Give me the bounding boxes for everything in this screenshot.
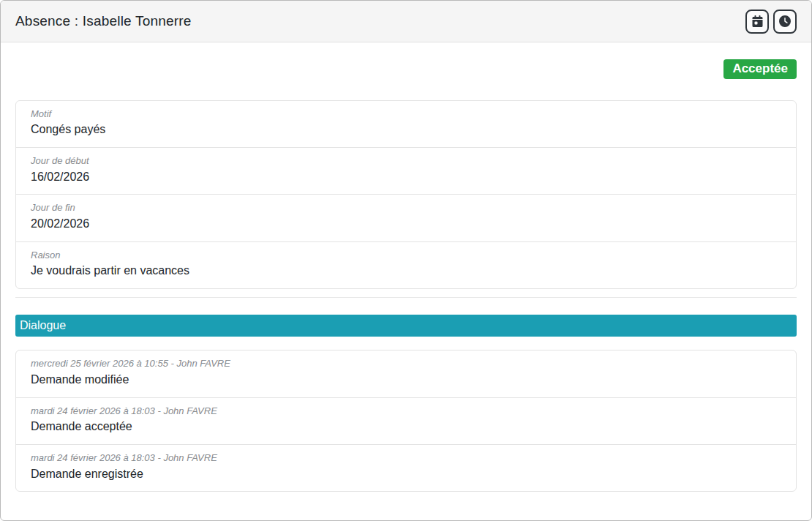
dialogue-entry-meta: mercredi 25 février 2026 à 10:55 - John … <box>31 358 781 370</box>
field-value: Congés payés <box>31 122 781 138</box>
dialogue-entry: mardi 24 février 2026 à 18:03 - John FAV… <box>15 397 797 445</box>
absence-details-list: Motif Congés payés Jour de début 16/02/2… <box>15 100 797 290</box>
detail-row-start-date: Jour de début 16/02/2026 <box>15 147 797 195</box>
section-divider <box>15 297 797 298</box>
dialogue-entry-meta: mardi 24 février 2026 à 18:03 - John FAV… <box>31 405 781 417</box>
calendar-icon <box>752 15 763 27</box>
field-label: Jour de fin <box>31 202 781 214</box>
field-label: Motif <box>31 108 781 120</box>
main-content: Acceptée Motif Congés payés Jour de débu… <box>1 42 811 492</box>
status-badge: Acceptée <box>723 59 797 79</box>
clock-icon <box>779 15 791 27</box>
dialogue-entry-meta: mardi 24 février 2026 à 18:03 - John FAV… <box>31 452 781 464</box>
field-label: Raison <box>31 250 781 261</box>
dialogue-entry-message: Demande enregistrée <box>31 467 781 482</box>
field-value: 20/02/2026 <box>31 217 781 232</box>
dialogue-entry-message: Demande modifiée <box>31 372 781 388</box>
detail-row-end-date: Jour de fin 20/02/2026 <box>15 194 797 241</box>
detail-row-motif: Motif Congés payés <box>15 100 797 148</box>
calendar-button[interactable] <box>745 10 769 34</box>
page-title: Absence : Isabelle Tonnerre <box>15 13 192 29</box>
field-value: 16/02/2026 <box>31 170 781 185</box>
dialogue-entry-message: Demande acceptée <box>31 419 781 435</box>
dialogue-entry: mardi 24 février 2026 à 18:03 - John FAV… <box>15 444 797 492</box>
dialogue-list: mercredi 25 février 2026 à 10:55 - John … <box>15 350 797 492</box>
page-header: Absence : Isabelle Tonnerre <box>1 1 811 42</box>
dialogue-section-header: Dialogue <box>15 315 797 337</box>
field-value: Je voudrais partir en vacances <box>31 263 781 279</box>
absence-detail-page: Absence : Isabelle Tonnerre Acceptée <box>0 0 812 521</box>
detail-row-reason: Raison Je voudrais partir en vacances <box>15 241 797 289</box>
status-row: Acceptée <box>15 59 797 79</box>
header-actions <box>745 10 797 34</box>
field-label: Jour de début <box>31 155 781 167</box>
clock-button[interactable] <box>773 10 797 34</box>
dialogue-entry: mercredi 25 février 2026 à 10:55 - John … <box>15 350 797 397</box>
